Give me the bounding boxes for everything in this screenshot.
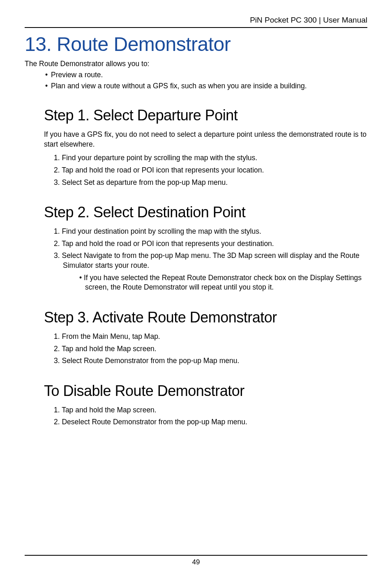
numbered-item: 3. Select Navigate to from the pop-up Ma…	[54, 251, 367, 270]
document-page: PiN Pocket PC 300 | User Manual 13. Rout…	[0, 0, 392, 427]
numbered-item: 2. Tap and hold the road or POI icon tha…	[54, 239, 367, 249]
page-header: PiN Pocket PC 300 | User Manual	[25, 16, 367, 28]
numbered-item: 2. Tap and hold the road or POI icon tha…	[54, 166, 367, 175]
header-product: PiN Pocket PC 300	[250, 16, 317, 24]
section-title: To Disable Route Demonstrator	[44, 382, 367, 400]
footer-rule: 49	[25, 555, 367, 566]
chapter-bullet-list: Preview a route. Plan and view a route w…	[45, 71, 367, 90]
numbered-item: 1. Find your destination point by scroll…	[54, 227, 367, 237]
bullet-item: Preview a route.	[45, 71, 367, 79]
numbered-item: 1. From the Main Menu, tap Map.	[54, 332, 367, 342]
numbered-list: 1. From the Main Menu, tap Map. 2. Tap a…	[54, 332, 367, 366]
header-separator: |	[317, 16, 323, 24]
numbered-item: 1. Tap and hold the Map screen.	[54, 405, 367, 415]
section-disable: To Disable Route Demonstrator 1. Tap and…	[44, 382, 367, 427]
sub-bullet-text: If you have selected the Repeat Route De…	[84, 274, 362, 292]
section-title: Step 2. Select Destination Point	[44, 204, 367, 221]
numbered-item: 3. Select Route Demonstrator from the po…	[54, 356, 367, 366]
section-step-3: Step 3. Activate Route Demonstrator 1. F…	[44, 309, 367, 366]
section-step-1: Step 1. Select Departure Point If you ha…	[44, 107, 367, 187]
chapter-intro: The Route Demonstrator allows you to:	[25, 60, 367, 68]
sub-bullet-list: • If you have selected the Repeat Route …	[72, 273, 367, 292]
section-title: Step 1. Select Departure Point	[44, 107, 367, 124]
numbered-item: 1. Find your departure point by scrollin…	[54, 153, 367, 163]
page-footer: 49	[25, 555, 367, 566]
numbered-item: 3. Select Set as departure from the pop-…	[54, 178, 367, 188]
header-doctype: User Manual	[323, 16, 367, 24]
numbered-item: 2. Tap and hold the Map screen.	[54, 344, 367, 354]
numbered-item: 2. Deselect Route Demonstrator from the …	[54, 417, 367, 427]
page-number: 49	[192, 558, 200, 566]
sub-bullet-item: • If you have selected the Repeat Route …	[72, 273, 367, 292]
numbered-list: 1. Find your destination point by scroll…	[54, 227, 367, 292]
bullet-item: Plan and view a route without a GPS fix,…	[45, 82, 367, 90]
section-step-2: Step 2. Select Destination Point 1. Find…	[44, 204, 367, 292]
numbered-list: 1. Find your departure point by scrollin…	[54, 153, 367, 187]
section-intro: If you have a GPS fix, you do not need t…	[44, 130, 367, 149]
chapter-title: 13. Route Demonstrator	[25, 33, 367, 55]
numbered-list: 1. Tap and hold the Map screen. 2. Desel…	[54, 405, 367, 427]
section-title: Step 3. Activate Route Demonstrator	[44, 309, 367, 326]
